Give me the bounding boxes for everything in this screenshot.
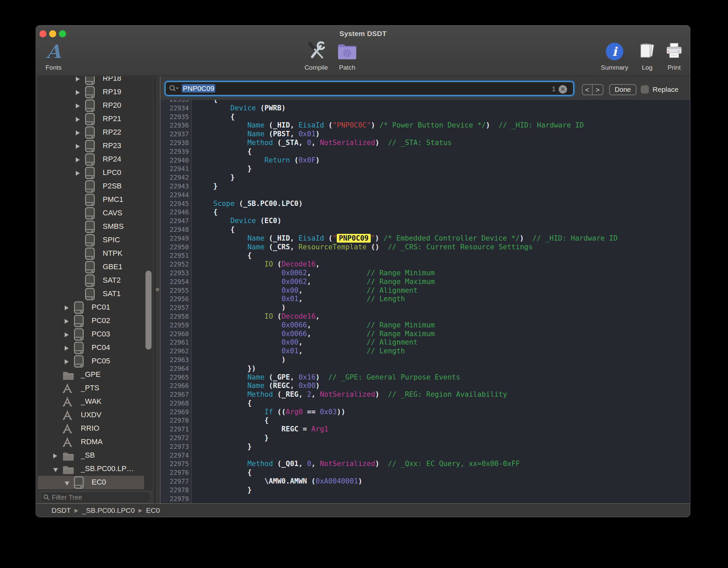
search-input[interactable]: PNP0C09 1 ✕ <box>165 81 574 96</box>
tree-item-rp22[interactable]: RP22 <box>38 126 144 139</box>
code-line-22974 <box>192 451 690 460</box>
search-icon <box>43 494 50 501</box>
tree-item-rdma[interactable]: RDMA <box>38 435 144 449</box>
previous-match-button[interactable]: < <box>583 85 593 95</box>
device-icon <box>74 301 84 314</box>
line-number: 22976 <box>161 468 189 477</box>
disclosure-right-icon[interactable] <box>76 104 80 108</box>
tree-item-lpc0[interactable]: LPC0 <box>38 166 144 180</box>
tree-item-pmc1[interactable]: PMC1 <box>38 193 144 207</box>
tree-item-p2sb[interactable]: P2SB <box>38 180 144 193</box>
tree-item-rp19[interactable]: RP19 <box>38 85 144 99</box>
disclosure-right-icon[interactable] <box>65 319 69 324</box>
next-match-button[interactable]: > <box>593 85 603 95</box>
find-navigation: < > <box>582 84 603 95</box>
disclosure-right-icon[interactable] <box>65 332 69 337</box>
sidebar-divider[interactable] <box>155 76 155 503</box>
code-line-22957: ) <box>192 304 690 312</box>
disclosure-right-icon[interactable] <box>76 171 80 176</box>
filter-tree-input[interactable]: Filter Tree <box>40 492 151 503</box>
tree-item-ec0[interactable]: EC0 <box>38 476 144 489</box>
disclosure-down-icon[interactable] <box>53 468 58 472</box>
breadcrumb-item-ec0[interactable]: EC0 <box>146 506 160 514</box>
device-icon <box>85 207 95 220</box>
tree-item-pc02[interactable]: PC02 <box>38 314 144 328</box>
disclosure-right-icon[interactable] <box>76 117 80 122</box>
tree-item-label: SPIC <box>103 236 120 244</box>
tree-item-rp24[interactable]: RP24 <box>38 153 144 166</box>
code-editor[interactable]: 2293322934229352293622937229382293922940… <box>161 100 690 503</box>
code-line-22944 <box>192 191 690 200</box>
device-tree[interactable]: RP18RP19RP20RP21RP22RP23RP24LPC0P2SBPMC1… <box>38 76 153 489</box>
tree-item-rp23[interactable]: RP23 <box>38 139 144 153</box>
patch-button[interactable]: Patch <box>325 40 369 71</box>
disclosure-right-icon[interactable] <box>76 90 80 95</box>
breadcrumb-item-_sbpc00lpc0[interactable]: _SB.PC00.LPC0 <box>82 506 135 514</box>
disclosure-right-icon[interactable] <box>76 157 80 162</box>
tree-item-label: CAVS <box>103 209 122 217</box>
tree-item-rrio[interactable]: RRIO <box>38 422 144 435</box>
line-number: 22973 <box>161 442 189 451</box>
code-line-22936: Name (_HID, EisaId ("PNP0C0C") /* Power … <box>192 121 690 130</box>
tree-item-pc04[interactable]: PC04 <box>38 341 144 355</box>
code-line-22976: { <box>192 468 690 477</box>
device-icon <box>85 140 95 152</box>
disclosure-right-icon[interactable] <box>76 144 80 149</box>
tree-item-_sbpc00lp[interactable]: _SB.PC00.LP… <box>38 462 144 476</box>
tree-item-rp21[interactable]: RP21 <box>38 112 144 126</box>
line-number: 22968 <box>161 399 189 408</box>
line-number: 22971 <box>161 425 189 434</box>
tree-item-label: GBE1 <box>103 262 123 271</box>
fonts-button[interactable]: AFonts <box>36 40 75 71</box>
tree-item-ntpk[interactable]: NTPK <box>38 247 144 260</box>
line-number: 22942 <box>161 173 189 182</box>
tree-item-label: RP22 <box>103 128 121 137</box>
splitter-handle[interactable] <box>156 288 159 291</box>
disclosure-right-icon[interactable] <box>53 454 57 458</box>
tree-item-pc01[interactable]: PC01 <box>38 301 144 314</box>
tree-item-spic[interactable]: SPIC <box>38 234 144 247</box>
clear-search-icon[interactable]: ✕ <box>559 85 567 94</box>
disclosure-right-icon[interactable] <box>65 359 69 364</box>
device-icon <box>85 126 95 139</box>
sidebar-scrollbar[interactable] <box>145 271 152 350</box>
tree-item-cavs[interactable]: CAVS <box>38 207 144 220</box>
tree-item-_sb[interactable]: _SB <box>38 449 144 462</box>
tree-item-sat2[interactable]: SAT2 <box>38 274 144 287</box>
tree-item-_gpe[interactable]: _GPE <box>38 368 144 382</box>
disclosure-right-icon[interactable] <box>65 346 69 351</box>
tree-item-_pts[interactable]: _PTS <box>38 382 144 395</box>
line-number: 22950 <box>161 243 189 252</box>
tree-item-rp20[interactable]: RP20 <box>38 99 144 112</box>
disclosure-right-icon[interactable] <box>76 77 80 81</box>
tree-item-sat1[interactable]: SAT1 <box>38 287 144 301</box>
tree-item-_wak[interactable]: _WAK <box>38 395 144 409</box>
code-line-22950: Name (_CRS, ResourceTemplate () // _CRS:… <box>192 243 690 252</box>
search-menu-icon[interactable] <box>169 85 179 92</box>
line-number: 22963 <box>161 356 189 364</box>
tree-item-pc05[interactable]: PC05 <box>38 355 144 368</box>
tree-item-rp18[interactable]: RP18 <box>38 76 144 85</box>
line-number: 22945 <box>161 200 189 208</box>
print-button[interactable]: Print <box>652 40 690 71</box>
breadcrumb-item-dsdt[interactable]: DSDT <box>52 506 71 514</box>
tree-item-smbs[interactable]: SMBS <box>38 220 144 234</box>
disclosure-right-icon[interactable] <box>76 131 80 135</box>
line-number: 22938 <box>161 139 189 147</box>
line-number: 22969 <box>161 408 189 417</box>
tree-item-label: PC03 <box>92 330 110 339</box>
tree-item-pc03[interactable]: PC03 <box>38 328 144 341</box>
tree-item-gbe1[interactable]: GBE1 <box>38 260 144 274</box>
device-icon <box>85 86 95 99</box>
disclosure-right-icon[interactable] <box>65 306 69 310</box>
tree-item-uxdv[interactable]: UXDV <box>38 409 144 422</box>
line-number: 22964 <box>161 364 189 373</box>
device-icon <box>85 193 95 206</box>
replace-checkbox[interactable] <box>641 85 649 94</box>
line-number: 22933 <box>161 100 189 104</box>
done-button[interactable]: Done <box>609 84 636 95</box>
line-number: 22940 <box>161 156 189 165</box>
search-query-text: PNP0C09 <box>182 84 215 93</box>
code-area[interactable]: { Device (PWRB) { Name (_HID, EisaId ("P… <box>192 100 690 503</box>
disclosure-down-icon[interactable] <box>65 482 69 486</box>
